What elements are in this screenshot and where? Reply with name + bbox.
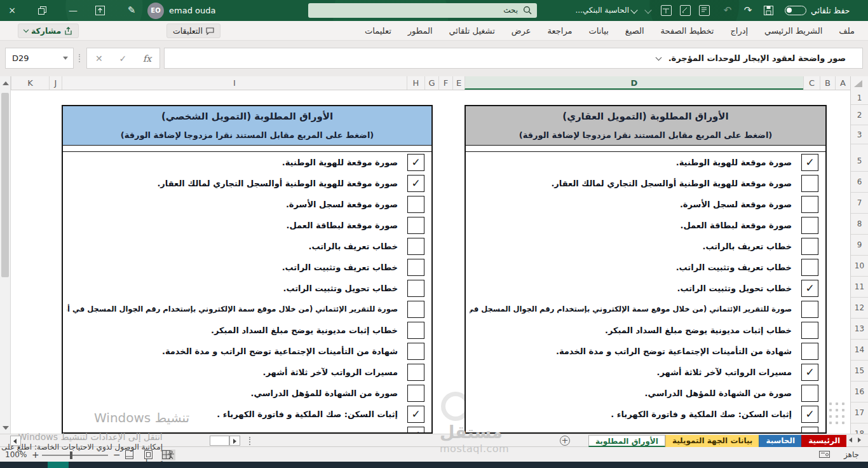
display-settings-icon[interactable]: [819, 450, 830, 459]
sheet-tab-3[interactable]: الأوراق المطلوبة: [588, 435, 665, 447]
personal-financing-checkbox-8[interactable]: [407, 322, 424, 339]
hscroll-right-button[interactable]: [229, 436, 240, 446]
column-header-G[interactable]: G: [424, 76, 438, 90]
real-estate-financing-checkbox-3[interactable]: [801, 217, 818, 234]
vertical-scroll-thumb[interactable]: [1, 93, 9, 277]
sheet-view-icon[interactable]: [661, 5, 672, 16]
row-header-10[interactable]: 10: [851, 256, 868, 277]
add-sheet-button[interactable]: +: [560, 436, 570, 446]
name-box[interactable]: D29: [5, 48, 74, 69]
personal-financing-checkbox-4[interactable]: [407, 238, 424, 255]
row-header-8[interactable]: 8: [851, 214, 868, 235]
ribbon-tab-9[interactable]: المطور: [400, 21, 441, 41]
restore-icon[interactable]: [38, 6, 46, 15]
real-estate-financing-checkbox-10[interactable]: ✓: [801, 364, 818, 381]
personal-financing-checkbox-0[interactable]: ✓: [407, 154, 424, 171]
ink-pen-icon[interactable]: ✎: [125, 0, 139, 21]
row-header-12[interactable]: 12: [851, 298, 868, 319]
taskbar-icon[interactable]: [48, 462, 69, 468]
personal-financing-checkbox-5[interactable]: [407, 259, 424, 276]
column-header-B[interactable]: B: [820, 76, 835, 90]
column-header-C[interactable]: C: [803, 76, 820, 90]
redo-icon[interactable]: ↷: [741, 0, 755, 21]
cancel-entry-icon[interactable]: ✕: [95, 53, 103, 64]
select-all-corner[interactable]: [850, 76, 868, 90]
ribbon-tab-10[interactable]: تعليمات: [356, 21, 400, 41]
vertical-scrollbar[interactable]: [0, 76, 11, 434]
tab-splitter[interactable]: [249, 437, 251, 445]
ribbon-tab-8[interactable]: تشغيل تلقائي: [441, 21, 503, 41]
real-estate-financing-checkbox-1[interactable]: [801, 175, 818, 192]
ribbon-tab-0[interactable]: ملف: [831, 21, 863, 41]
tab-nav-right-icon[interactable]: [858, 437, 861, 443]
ribbon-tab-4[interactable]: الصيغ: [617, 21, 653, 41]
personal-financing-checkbox-6[interactable]: [407, 280, 424, 297]
close-icon[interactable]: ×: [5, 0, 19, 21]
personal-financing-checkbox-12[interactable]: ✓: [407, 406, 424, 423]
real-estate-financing-checkbox-8[interactable]: [801, 322, 818, 339]
column-header-D[interactable]: D: [465, 76, 803, 90]
real-estate-financing-checkbox-12[interactable]: ✓: [801, 406, 818, 423]
row-header-15[interactable]: 15: [851, 361, 868, 382]
real-estate-financing-checkbox-11[interactable]: [801, 385, 818, 402]
personal-financing-checkbox-11[interactable]: [407, 385, 424, 402]
row-header-6[interactable]: 6: [851, 172, 868, 193]
row-header-9[interactable]: 9: [851, 235, 868, 256]
row-header-7[interactable]: 7: [851, 193, 868, 214]
row-header-1[interactable]: 1: [851, 91, 868, 105]
minimize-icon[interactable]: —: [66, 0, 80, 21]
real-estate-financing-checkbox-0[interactable]: ✓: [801, 154, 818, 171]
column-header-I[interactable]: I: [62, 76, 407, 90]
sheet-tab-1[interactable]: الحاسبة: [759, 435, 801, 447]
docname-chevron-icon[interactable]: [630, 6, 637, 13]
column-header-F[interactable]: F: [438, 76, 452, 90]
quick-access-chevron-icon[interactable]: [644, 6, 651, 13]
autosave-toggle[interactable]: [785, 6, 806, 15]
personal-financing-checkbox-2[interactable]: [407, 196, 424, 213]
tab-nav-left-icon[interactable]: [849, 437, 852, 443]
row-header-17[interactable]: 17: [851, 403, 868, 423]
real-estate-financing-checkbox-5[interactable]: [801, 259, 818, 276]
sheet-tab-0[interactable]: الرئيسية: [801, 435, 846, 447]
row-header-3[interactable]: 3: [851, 125, 868, 144]
row-header-11[interactable]: 11: [851, 277, 868, 298]
page-icon[interactable]: [699, 5, 710, 16]
scroll-up-icon[interactable]: [3, 81, 9, 85]
save-icon[interactable]: [764, 6, 773, 15]
row-header-13[interactable]: 13: [851, 319, 868, 340]
ribbon-tab-6[interactable]: مراجعة: [539, 21, 581, 41]
ribbon-tab-7[interactable]: عرض: [503, 21, 539, 41]
column-header-K[interactable]: K: [11, 76, 49, 90]
real-estate-financing-checkbox-4[interactable]: [801, 238, 818, 255]
real-estate-financing-checkbox-6[interactable]: ✓: [801, 280, 818, 297]
search-input[interactable]: بحث: [308, 3, 537, 18]
personal-financing-checkbox-3[interactable]: [407, 217, 424, 234]
formula-expand-icon[interactable]: [655, 55, 661, 61]
personal-financing-checkbox-10[interactable]: [407, 364, 424, 381]
real-estate-financing-checkbox-7[interactable]: [801, 301, 818, 318]
formula-bar[interactable]: صور واضحة لعقود الإيجار للوحدات المؤجرة.: [164, 48, 863, 69]
personal-financing-checkbox-1[interactable]: ✓: [407, 175, 424, 192]
real-estate-financing-checkbox-2[interactable]: [801, 196, 818, 213]
personal-financing-checkbox-7[interactable]: [407, 301, 424, 318]
row-header-14[interactable]: 14: [851, 340, 868, 361]
row-header-2[interactable]: 2: [851, 105, 868, 125]
formula-splitter[interactable]: [79, 54, 81, 62]
real-estate-financing-checkbox-13[interactable]: [801, 427, 818, 434]
column-header-E[interactable]: E: [452, 76, 465, 90]
scroll-down-icon[interactable]: [3, 426, 9, 430]
row-header-16[interactable]: 16: [851, 382, 868, 403]
personal-financing-checkbox-9[interactable]: [407, 343, 424, 360]
sheet-tab-2[interactable]: بيانات الجهة التمويلية: [665, 435, 759, 447]
ribbon-tab-1[interactable]: الشريط الرئيسي: [756, 21, 831, 41]
ribbon-display-icon[interactable]: [95, 6, 105, 15]
avatar[interactable]: EO: [147, 3, 164, 19]
personal-financing-checkbox-13[interactable]: ✓: [407, 427, 424, 434]
share-button[interactable]: مشاركة: [18, 24, 79, 38]
insert-function-icon[interactable]: fx: [143, 53, 151, 64]
row-header-18[interactable]: 18: [851, 423, 868, 434]
real-estate-financing-checkbox-9[interactable]: [801, 343, 818, 360]
hscroll-thumb[interactable]: [210, 436, 229, 446]
column-header-H[interactable]: H: [407, 76, 424, 90]
document-name[interactable]: الحاسبة البنكي...: [548, 0, 629, 21]
